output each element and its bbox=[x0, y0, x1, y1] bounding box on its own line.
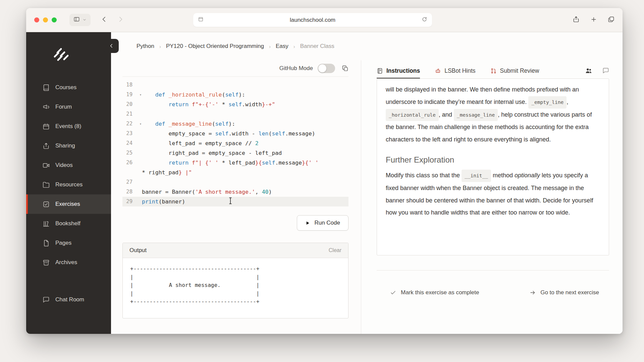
code-line-28[interactable]: 28banner = Banner('A short message.', 40… bbox=[122, 187, 348, 197]
tab-overview-button[interactable] bbox=[608, 16, 614, 24]
breadcrumb-item[interactable]: PY120 - Object Oriented Programming bbox=[166, 43, 264, 50]
line-number: 27 bbox=[122, 177, 136, 187]
reload-button[interactable] bbox=[422, 16, 427, 23]
titlebar-actions bbox=[573, 16, 614, 24]
toggle-knob bbox=[318, 64, 326, 72]
sidebar-item-resources[interactable]: Resources bbox=[26, 175, 111, 194]
back-button[interactable] bbox=[101, 16, 108, 24]
book-icon bbox=[43, 84, 50, 91]
sidebar-item-exercises[interactable]: Exercises bbox=[26, 194, 111, 214]
breadcrumb-item: Banner Class bbox=[300, 43, 334, 50]
output-title: Output bbox=[129, 247, 147, 254]
code-line-27[interactable]: 27 bbox=[122, 177, 348, 187]
checksquare-icon bbox=[43, 201, 50, 208]
code-editor[interactable]: 1819▾ def _horizontal_rule(self):20 retu… bbox=[122, 76, 348, 206]
code-line-29[interactable]: 29print(banner) bbox=[122, 197, 348, 206]
mark-complete-link[interactable]: Mark this exercise as complete bbox=[390, 289, 479, 296]
chat-icon bbox=[43, 296, 50, 303]
breadcrumb: Python›PY120 - Object Oriented Programmi… bbox=[111, 32, 623, 60]
editor-toolbar: GitHub Mode bbox=[122, 60, 348, 76]
output-text: +--------------------------------------+… bbox=[123, 258, 348, 318]
forward-button[interactable] bbox=[117, 16, 124, 24]
panel-footer: Mark this exercise as complete Go to the… bbox=[377, 270, 609, 296]
zoom-window-button[interactable] bbox=[52, 17, 57, 22]
code-line-20[interactable]: 20 return f"+-{'-' * self.width}-+" bbox=[122, 100, 348, 109]
chevron-down-icon bbox=[83, 17, 87, 23]
tab-label: Instructions bbox=[386, 67, 420, 74]
sidebar-item-events[interactable]: Events (8) bbox=[26, 117, 111, 136]
lsbot-icon bbox=[435, 68, 441, 74]
breadcrumb-item[interactable]: Easy bbox=[276, 43, 288, 50]
breadcrumb-separator-icon: › bbox=[293, 44, 295, 49]
collapse-sidebar-button[interactable] bbox=[104, 39, 119, 53]
next-exercise-link[interactable]: Go to the next exercise bbox=[530, 289, 599, 296]
clear-output-button[interactable]: Clear bbox=[329, 247, 341, 253]
sidebar-item-bookshelf[interactable]: Bookshelf bbox=[26, 214, 111, 233]
sidebar-item-archives[interactable]: Archives bbox=[26, 253, 111, 272]
tab-submit-review[interactable]: Submit Review bbox=[490, 63, 539, 78]
traffic-lights bbox=[34, 17, 57, 22]
panel-tabs-row: InstructionsLSBot HintsSubmit Review bbox=[377, 60, 609, 78]
close-window-button[interactable] bbox=[34, 17, 39, 22]
sidebar-nav: CoursesForumEvents (8)SharingVideosResou… bbox=[26, 78, 111, 309]
line-number: 28 bbox=[122, 187, 136, 197]
code-line-19[interactable]: 19▾ def _horizontal_rule(self): bbox=[122, 90, 348, 100]
sidebar-item-courses[interactable]: Courses bbox=[26, 78, 111, 97]
line-number: 24 bbox=[122, 138, 136, 148]
panel-icon bbox=[73, 16, 80, 24]
breadcrumb-separator-icon: › bbox=[159, 44, 161, 49]
file-icon bbox=[43, 240, 50, 247]
code-line-wrap[interactable]: * right_pad} |" bbox=[122, 168, 348, 177]
breadcrumb-separator-icon: › bbox=[269, 44, 271, 49]
folder-icon bbox=[43, 181, 50, 188]
launch-school-logo bbox=[52, 46, 70, 63]
inline-code: __init__ bbox=[462, 170, 491, 182]
copy-code-button[interactable] bbox=[342, 65, 348, 72]
code-line-26[interactable]: 26 return f"| {' ' * left_pad}{self.mess… bbox=[122, 158, 348, 168]
line-number: 20 bbox=[122, 100, 136, 109]
minimize-window-button[interactable] bbox=[43, 17, 48, 22]
sidebar-item-label: Videos bbox=[55, 162, 73, 169]
run-code-button[interactable]: Run Code bbox=[297, 215, 348, 231]
sidebar-item-label: Sharing bbox=[55, 142, 75, 149]
browser-titlebar: launchschool.com bbox=[26, 8, 623, 32]
sidebar-item-videos[interactable]: Videos bbox=[26, 156, 111, 175]
calendar-icon bbox=[43, 123, 50, 130]
share-button[interactable] bbox=[573, 16, 580, 24]
run-code-label: Run Code bbox=[314, 220, 340, 226]
sidebar-item-label: Resources bbox=[55, 181, 83, 188]
code-line-25[interactable]: 25 right_pad = empty_space - left_pad bbox=[122, 148, 348, 158]
sidebar-item-label: Bookshelf bbox=[55, 220, 80, 227]
code-line-21[interactable]: 21 bbox=[122, 109, 348, 119]
line-number: 29 bbox=[122, 197, 136, 206]
address-bar[interactable]: launchschool.com bbox=[193, 13, 432, 27]
code-line-18[interactable]: 18 bbox=[122, 80, 348, 90]
tab-instructions[interactable]: Instructions bbox=[377, 63, 420, 78]
line-number: 25 bbox=[122, 148, 136, 158]
code-line-22[interactable]: 22▾ def _message_line(self): bbox=[122, 119, 348, 129]
code-line-24[interactable]: 24 left_pad = empty_space // 2 bbox=[122, 138, 348, 148]
sidebar-item-label: Courses bbox=[55, 84, 76, 91]
sidebar-item-label: Exercises bbox=[55, 201, 80, 207]
fold-caret-icon[interactable]: ▾ bbox=[140, 119, 142, 129]
new-tab-button[interactable] bbox=[590, 16, 597, 24]
study-group-button[interactable] bbox=[585, 67, 592, 74]
shareup-icon bbox=[43, 142, 50, 149]
sidebar-item-chat-room[interactable]: Chat Room bbox=[26, 290, 111, 309]
github-mode-toggle[interactable] bbox=[318, 64, 335, 73]
line-number: 19▾ bbox=[122, 90, 136, 100]
comments-button[interactable] bbox=[602, 67, 609, 74]
tab-lsbot-hints[interactable]: LSBot Hints bbox=[435, 63, 475, 78]
code-line-23[interactable]: 23 empty_space = self.width - len(self.m… bbox=[122, 129, 348, 138]
sidebar-item-pages[interactable]: Pages bbox=[26, 233, 111, 253]
sidebar-item-sharing[interactable]: Sharing bbox=[26, 136, 111, 156]
tab-label: Submit Review bbox=[500, 67, 539, 74]
sidebar-toggle-button[interactable] bbox=[69, 14, 91, 26]
fold-caret-icon[interactable]: ▾ bbox=[140, 90, 142, 100]
page-icon bbox=[198, 16, 204, 23]
output-panel: Output Clear +--------------------------… bbox=[122, 243, 348, 318]
breadcrumb-item[interactable]: Python bbox=[137, 43, 154, 50]
editor-column: GitHub Mode 1819▾ def _horizontal_rule(s… bbox=[111, 60, 361, 334]
sidebar-item-forum[interactable]: Forum bbox=[26, 97, 111, 117]
instructions-paragraph: will be displayed in the banner. We then… bbox=[386, 83, 600, 146]
